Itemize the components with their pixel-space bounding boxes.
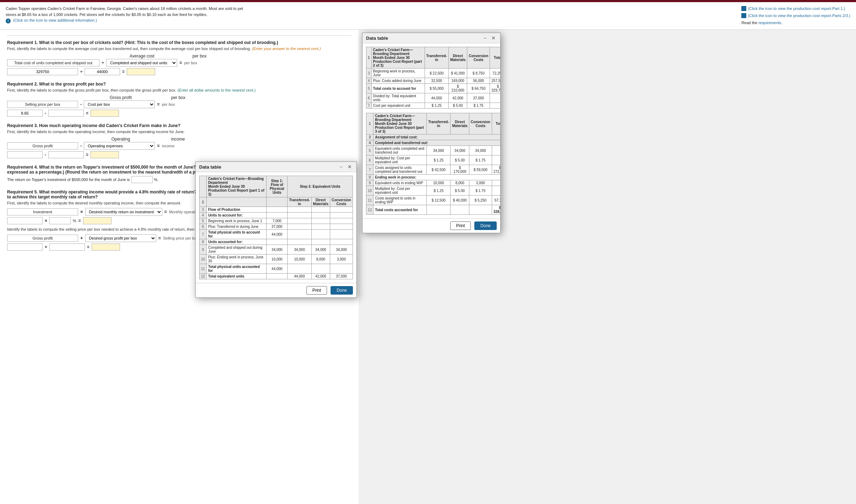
req1-result-label: per box <box>184 61 197 65</box>
req5-val2b[interactable] <box>49 243 85 251</box>
modal-front-minimize[interactable]: − <box>339 164 344 170</box>
req2-instruction: First, identify the labels to compute th… <box>7 88 351 92</box>
modal-front-close[interactable]: ✕ <box>347 164 353 170</box>
modal-back-done[interactable]: Done <box>474 221 497 230</box>
req3-select[interactable]: Operating expenses <box>84 142 155 150</box>
req2-result[interactable] <box>91 110 119 117</box>
table-row: 9 Completed and shipped out during June … <box>200 245 353 254</box>
modal-front-done[interactable]: Done <box>331 286 353 295</box>
modal-back: Data table − ✕ 1 Caden's Cricket Farm—Br… <box>362 33 501 233</box>
report-link-1[interactable]: (Click the icon to view the production c… <box>741 6 850 12</box>
th-rownum2: 2 <box>200 197 207 207</box>
th-rownum <box>200 176 207 197</box>
modal-back-header: Data table − ✕ <box>362 33 500 43</box>
modal-front-body: Caden's Cricket Farm—Brooding Department… <box>196 172 356 283</box>
info-link[interactable]: (Click on the icon to view additional in… <box>13 18 97 22</box>
section-header: 8 Ending work in process: <box>366 175 501 180</box>
req5-result2[interactable] <box>92 243 120 251</box>
modal-front: Data table − ✕ Caden's Cricket Farm—Broo… <box>195 161 357 298</box>
req1-select[interactable]: Completed and shipped out units <box>106 59 177 67</box>
th-col-c: Transferred-in <box>288 197 311 207</box>
req2-per-box-label: per box <box>171 95 185 100</box>
requirement-2-section: Requirement 2. What is the gross profit … <box>7 82 351 117</box>
req3-title: Requirement 3. How much operating income… <box>7 123 351 128</box>
table-row: 7 Cost per equivalent unit $ 1.25 $ 5.00… <box>366 103 501 109</box>
req2-eq: = <box>157 102 160 107</box>
req5-pct[interactable] <box>49 217 71 224</box>
req4-percent-input[interactable] <box>131 176 153 183</box>
table-row: 9 Equivalent units in ending WIP 10,000 … <box>366 180 501 186</box>
req2-result-label: per box <box>162 102 175 106</box>
req1-val2[interactable] <box>84 68 120 75</box>
modal-front-print[interactable]: Print <box>306 286 327 295</box>
req3-result[interactable] <box>91 151 119 158</box>
table-row: 11 Costs assigned to units in ending WIP… <box>366 196 501 205</box>
req2-val2[interactable] <box>48 110 84 117</box>
modal-front-title: Data table <box>199 164 221 170</box>
req5-val1[interactable] <box>7 217 43 224</box>
table-row: 4 Plus: Costs added during June 32,500 1… <box>366 78 501 84</box>
th-col-e: ConversionCosts <box>330 197 353 207</box>
modal-back-print[interactable]: Print <box>450 221 471 230</box>
header-section: Caden Topper operates Caden's Cricket Fa… <box>0 2 856 30</box>
modal-back-close[interactable]: ✕ <box>490 35 497 41</box>
req3-col1: Gross profit <box>7 142 78 149</box>
requirement-3-section: Requirement 3. How much operating income… <box>7 123 351 158</box>
req1-instruction: First, identify the labels to compute th… <box>7 46 351 51</box>
requirements-text: Read the <box>741 21 758 25</box>
table-row: 12 Total equivalent units 44,000 42,000 … <box>200 274 353 279</box>
req3-op1: - <box>80 143 82 148</box>
req2-formula-row: Selling price per box - Cost per box = p… <box>7 100 351 108</box>
modal-front-header: Data table − ✕ <box>196 162 356 172</box>
table-row: 3 Flow of Production <box>200 207 353 213</box>
req1-op1: ÷ <box>102 60 104 65</box>
modal-back-controls: − ✕ <box>482 35 497 41</box>
req3-instruction: First, identify the labels to compute th… <box>7 130 351 134</box>
table-row: 5 Total costs to account for $ 55,000 $ … <box>366 84 501 93</box>
avg-cost-label: Average cost <box>107 54 178 59</box>
requirements-link[interactable]: requirements <box>758 21 781 25</box>
th-step2: Step 2: Equivalent Units <box>288 176 353 197</box>
table-row: 6 Multiplied by: Cost per equivalent uni… <box>366 155 501 165</box>
modal-front-controls: − ✕ <box>339 164 353 170</box>
req1-title: Requirement 1. What is the cost per box … <box>7 40 351 45</box>
req2-value-row: - = <box>7 110 351 117</box>
modal-front-footer: Print Done <box>196 283 356 297</box>
req5-eq2: = <box>158 235 161 241</box>
table-row: 4 Units to account for: <box>200 213 353 218</box>
req5-op2: + <box>80 235 83 241</box>
table-row: 7 Costs assigned to units completed and … <box>366 165 501 175</box>
req3-result-label: income <box>162 144 174 148</box>
req2-title: Requirement 2. What is the gross profit … <box>7 82 351 87</box>
modal-front-table: Caden's Cricket Farm—Brooding Department… <box>199 176 353 279</box>
modal-back-table2: 1 Caden's Cricket Farm—Brooding Departme… <box>366 113 500 215</box>
req3-val1[interactable] <box>7 151 43 158</box>
req5-select2[interactable]: Desired gross profit per box <box>85 234 156 242</box>
modal-back-minimize[interactable]: − <box>482 35 487 41</box>
table-row: 5 Equivalent units completed and transfe… <box>366 146 501 155</box>
th-col-d: DirectMaterials <box>311 197 330 207</box>
modal-back-table1: 1 Caden's Cricket Farm—Brooding Departme… <box>366 47 500 109</box>
req1-result[interactable] <box>127 68 155 75</box>
req5-col2a: Gross profit <box>7 235 78 242</box>
req5-col1: Investment <box>7 208 78 215</box>
req2-val1[interactable] <box>7 110 43 117</box>
info-icon[interactable]: i <box>6 18 11 23</box>
req5-val2a[interactable] <box>7 243 43 251</box>
req1-formula-row: Total cost of units completed and shippe… <box>7 59 351 67</box>
right-links: (Click the icon to view the production c… <box>741 6 850 26</box>
report-link-2[interactable]: (Click the icon to view the production c… <box>741 13 850 19</box>
req3-val2[interactable] <box>48 151 84 158</box>
table-row: 10 Multiplied by: Cost per equivalent un… <box>366 186 501 196</box>
req2-col1: Selling price per box <box>7 101 78 108</box>
req5-result1[interactable] <box>83 217 111 224</box>
table-row: 6 Plus: Transferred in during June 37,00… <box>200 224 353 230</box>
table-row: 7 Total physical units to account for 44… <box>200 230 353 239</box>
grid-icon-2 <box>741 13 746 18</box>
req1-val1[interactable] <box>7 68 78 75</box>
modal-back-title: Data table <box>366 35 388 41</box>
req2-select[interactable]: Cost per box <box>84 100 155 108</box>
req1-col1: Total cost of units completed and shippe… <box>7 59 99 66</box>
table-row: 8 Units accounted for: <box>200 239 353 245</box>
req5-select1[interactable]: Desired monthly return on investment <box>85 208 162 216</box>
